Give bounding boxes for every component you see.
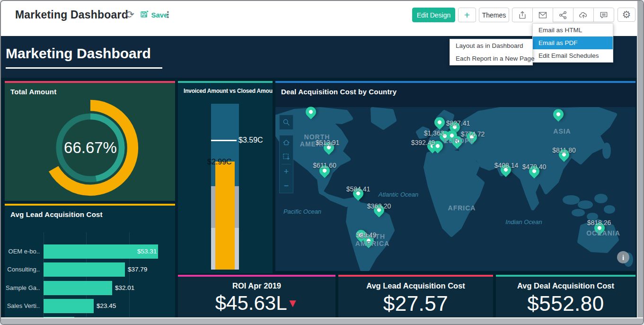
comments-button[interactable] <box>593 8 614 22</box>
gauge-chart[interactable]: 66.67% <box>40 97 141 199</box>
map-zoom-box-button[interactable] <box>280 150 293 164</box>
map-pin-value: $513.91 <box>316 139 340 146</box>
bullet-measure-bar[interactable] <box>215 162 235 270</box>
trend-down-icon: ▼ <box>287 297 299 309</box>
search-icon <box>282 118 290 126</box>
refresh-button[interactable]: ⟳ <box>123 8 137 22</box>
bar-value-label: $37.79 <box>128 266 147 273</box>
widget-title: Total Amount <box>10 88 56 96</box>
menu-item-email-as-html[interactable]: Email as HTML <box>533 24 613 36</box>
email-icon <box>538 10 547 20</box>
add-button[interactable]: + <box>458 8 476 22</box>
bar-category-label: Sales Verti.. <box>6 302 40 309</box>
map-pin[interactable] <box>303 105 318 119</box>
map-home-button[interactable] <box>280 135 293 150</box>
edit-design-button[interactable]: Edit Design <box>412 8 455 22</box>
bar-3[interactable] <box>44 299 94 313</box>
map-pin-value: $392.49 <box>411 139 435 146</box>
map-ocean-label: Atlantic Ocean <box>379 191 419 198</box>
share-button[interactable] <box>553 8 573 22</box>
map-region-label: OCEANIA <box>586 230 620 237</box>
map-zoom-out-button[interactable]: − <box>280 179 293 193</box>
map-region-label: EUROPE <box>443 137 474 144</box>
map-pin-layer: NORTHAMERICAEUROPEASIAAFRICASOUTHAMERICA… <box>275 83 635 271</box>
bar-value-label: $23.45 <box>97 302 116 309</box>
widget-total-amount: Total Amount 66.67% <box>5 81 175 201</box>
kpi-avg-deal-cost[interactable]: Avg Deal Acquisition Cost $552.80 <box>496 275 635 319</box>
more-vertical-icon: ⋮ <box>164 9 172 20</box>
vertical-scrollbar[interactable] <box>637 1 643 324</box>
map-pin-value: $29.49 <box>356 231 377 239</box>
bullet-target-line <box>211 140 237 141</box>
bar-value-label: $32.01 <box>115 284 134 291</box>
menu-item-edit-email-schedules[interactable]: Edit Email Schedules <box>533 49 613 62</box>
kpi-title: Avg Deal Acquisition Cost <box>496 281 635 290</box>
refresh-icon: ⟳ <box>126 9 134 20</box>
menu-item-layout-as-in-dashboard[interactable]: Layout as in Dashboard <box>450 39 532 52</box>
bar-value-label: $53.31 <box>137 248 157 255</box>
gauge-value-label: 66.67% <box>40 97 141 199</box>
map-pin-value: $584.41 <box>346 185 371 193</box>
bar-category-label: Consulting.. <box>6 266 40 273</box>
dashboard-title: Marketing Dashboard <box>15 9 128 21</box>
kpi-value: $45.63L▼ <box>178 292 335 315</box>
heading-underline <box>6 67 162 69</box>
save-icon <box>140 9 149 20</box>
map-pin-value: $774.72 <box>461 130 485 138</box>
bar-1[interactable] <box>44 262 125 277</box>
horizontal-scrollbar[interactable] <box>1 317 643 324</box>
map-pin[interactable] <box>551 107 565 122</box>
map-info-button[interactable]: i <box>617 251 629 263</box>
bar-2[interactable] <box>44 281 112 295</box>
map-pin-value: $818.26 <box>587 219 611 226</box>
menu-item-each-report-in-a-new-page[interactable]: Each Report in a New Page <box>450 52 532 65</box>
cloud-upload-icon <box>578 10 589 20</box>
widget-deal-acquisition-map: Deal Acquisition Cost by Country <box>275 81 635 271</box>
map-ocean-label: Indian Ocean <box>505 218 542 226</box>
export-button[interactable] <box>512 8 533 22</box>
email-menu: Email as HTMLEmail as PDFEdit Email Sche… <box>532 23 613 63</box>
kpi-avg-lead-cost[interactable]: Avg Lead Acquisition Cost $27.57 <box>338 275 493 319</box>
themes-button[interactable]: Themes <box>479 8 509 22</box>
map-pin-value: $363.20 <box>367 202 391 210</box>
themes-label: Themes <box>482 11 506 19</box>
map-search-button[interactable] <box>280 115 293 129</box>
export-icon <box>518 10 527 20</box>
home-icon <box>282 139 290 146</box>
map-pin-value: $611.60 <box>313 162 336 169</box>
kpi-value: $27.57 <box>338 292 493 316</box>
map-search-tool <box>279 115 293 130</box>
map-pin-value: $408.14 <box>494 162 519 169</box>
bullet-measure-label: $2.99C <box>207 158 232 166</box>
toolbar-icon-group <box>512 8 614 22</box>
bar-category-label: OEM e-bo.. <box>6 248 40 255</box>
map-pin-value: $1,363. <box>424 129 446 137</box>
bar-chart-plot: OEM e-bo..$53.31Consulting..$37.79Sample… <box>5 206 175 319</box>
map-pin-value: $811.80 <box>552 146 576 154</box>
map-nav-tools: + − <box>279 135 293 193</box>
settings-button[interactable]: ⚙ <box>618 8 635 22</box>
share-icon <box>558 10 568 20</box>
edit-design-label: Edit Design <box>417 11 451 19</box>
map-region-label: ASIA <box>553 128 571 135</box>
more-options-button[interactable]: ⋮ <box>163 8 173 22</box>
map-pin-value: $827.41 <box>446 119 470 127</box>
email-button[interactable] <box>532 8 553 22</box>
map-pin-value: $470.40 <box>522 163 547 171</box>
map-zoom-in-button[interactable]: + <box>280 164 293 179</box>
kpi-title: ROI Apr 2019 <box>178 281 335 290</box>
kpi-roi[interactable]: ROI Apr 2019 $45.63L▼ <box>178 275 335 319</box>
widget-avg-lead-bar-chart: Avg Lead Acquisition Cost OEM e-bo..$53.… <box>5 204 175 319</box>
bullet-target-label: $3.59C <box>238 136 263 144</box>
widget-title: Invoiced Amount vs Closed Amount <box>184 88 273 94</box>
map-ocean-label: Pacific Ocean <box>283 208 321 215</box>
kpi-value: $552.80 <box>496 292 635 316</box>
kpi-roi-value: $45.63L <box>215 292 287 314</box>
map-pin[interactable] <box>432 115 447 130</box>
settings-icon: ⚙ <box>622 9 631 20</box>
publish-button[interactable] <box>573 8 594 22</box>
plus-icon: + <box>464 9 470 21</box>
app-window: Marketing Dashboard ⟳ Save ⋮ Edit Design… <box>0 0 644 325</box>
bar-category-label: Sample Ga.. <box>6 284 40 291</box>
menu-item-email-as-pdf[interactable]: Email as PDF <box>533 36 613 49</box>
